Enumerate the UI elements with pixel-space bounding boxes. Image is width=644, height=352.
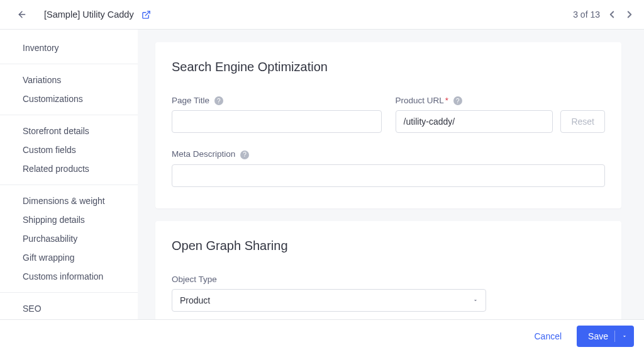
open-graph-heading: Open Graph Sharing [172, 239, 605, 253]
top-bar: [Sample] Utility Caddy 3 of 13 [0, 0, 644, 30]
object-type-value: Product [180, 295, 210, 305]
seo-heading: Search Engine Optimization [172, 60, 605, 74]
chevron-right-icon [624, 9, 635, 20]
external-link-icon [142, 10, 151, 20]
object-type-select[interactable]: Product [172, 289, 486, 312]
sidebar-item-related-products[interactable]: Related products [23, 159, 123, 178]
sidebar-item-purchasability[interactable]: Purchasability [23, 229, 123, 248]
sidebar-item-customizations[interactable]: Customizations [23, 89, 123, 108]
pager: 3 of 13 [573, 9, 635, 20]
sidebar-item-shipping-details[interactable]: Shipping details [23, 210, 123, 229]
sidebar-item-customs-information[interactable]: Customs information [23, 267, 123, 286]
save-button-label: Save [588, 331, 608, 341]
page-title-input[interactable] [172, 110, 382, 133]
sidebar: Inventory Variations Customizations Stor… [0, 30, 138, 352]
sidebar-item-gift-wrapping[interactable]: Gift wrapping [23, 248, 123, 267]
sidebar-item-storefront-details[interactable]: Storefront details [23, 122, 123, 140]
divider [614, 331, 615, 342]
page-title: [Sample] Utility Caddy [44, 9, 134, 20]
open-external-button[interactable] [142, 10, 151, 20]
save-dropdown-toggle[interactable] [621, 333, 628, 339]
help-icon[interactable]: ? [214, 96, 223, 105]
page-title-label: Page Title ? [172, 96, 382, 105]
sidebar-item-dimensions-weight[interactable]: Dimensions & weight [23, 191, 123, 210]
arrow-left-icon [17, 9, 27, 20]
main-content: Search Engine Optimization Page Title ? … [138, 30, 644, 352]
help-icon[interactable]: ? [453, 96, 462, 105]
reset-button[interactable]: Reset [560, 110, 605, 133]
product-url-input[interactable] [396, 110, 553, 133]
pager-text: 3 of 13 [573, 9, 600, 20]
footer-bar: Cancel Save [0, 319, 644, 352]
save-button[interactable]: Save [577, 326, 634, 347]
pager-prev-button[interactable] [606, 9, 618, 20]
sidebar-item-seo[interactable]: SEO [23, 299, 123, 318]
svg-line-1 [145, 11, 150, 15]
meta-description-label: Meta Description ? [172, 149, 605, 159]
cancel-button[interactable]: Cancel [525, 326, 570, 346]
meta-description-input[interactable] [172, 164, 605, 187]
pager-next-button[interactable] [624, 9, 635, 20]
sidebar-item-inventory[interactable]: Inventory [23, 38, 123, 57]
back-button[interactable] [16, 9, 28, 20]
chevron-left-icon [606, 9, 618, 20]
object-type-label: Object Type [172, 275, 605, 284]
seo-card: Search Engine Optimization Page Title ? … [155, 42, 621, 208]
caret-down-icon [621, 333, 628, 339]
sidebar-item-variations[interactable]: Variations [23, 71, 123, 89]
help-icon[interactable]: ? [240, 150, 249, 159]
sidebar-item-custom-fields[interactable]: Custom fields [23, 140, 123, 159]
product-url-label: Product URL* ? [396, 96, 606, 105]
